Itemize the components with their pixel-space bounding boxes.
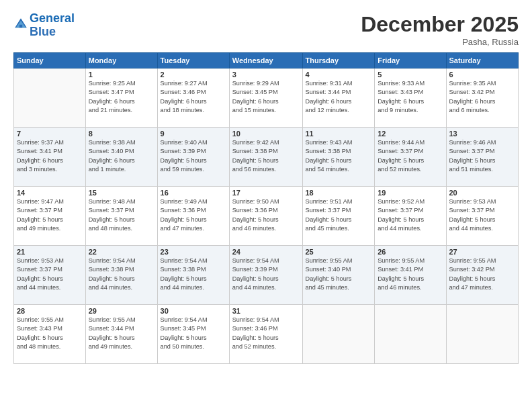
day-number: 30 [161, 307, 226, 315]
month-title: December 2025 [361, 12, 519, 37]
header-tuesday: Tuesday [157, 53, 229, 68]
header-wednesday: Wednesday [229, 53, 302, 68]
day-info: Sunrise: 9:54 AMSunset: 3:46 PMDaylight:… [232, 316, 300, 351]
logo-text-blue: Blue [30, 26, 75, 39]
day-number: 19 [378, 189, 443, 197]
day-info: Sunrise: 9:29 AMSunset: 3:45 PMDaylight:… [232, 79, 300, 115]
calendar-week-row: 28Sunrise: 9:55 AMSunset: 3:43 PMDayligh… [14, 305, 519, 364]
day-number: 29 [89, 307, 154, 315]
day-info: Sunrise: 9:55 AMSunset: 3:40 PMDaylight:… [306, 257, 372, 292]
day-info: Sunrise: 9:44 AMSunset: 3:37 PMDaylight:… [378, 138, 443, 174]
day-number: 7 [17, 130, 83, 138]
logo-text-general: General [30, 12, 75, 26]
table-row: 20Sunrise: 9:53 AMSunset: 3:37 PMDayligh… [446, 187, 519, 246]
table-row: 24Sunrise: 9:54 AMSunset: 3:39 PMDayligh… [229, 246, 302, 305]
table-row: 4Sunrise: 9:31 AMSunset: 3:44 PMDaylight… [302, 68, 375, 128]
table-row: 30Sunrise: 9:54 AMSunset: 3:45 PMDayligh… [157, 305, 229, 364]
calendar-header-row: Sunday Monday Tuesday Wednesday Thursday… [14, 53, 519, 68]
table-row: 17Sunrise: 9:50 AMSunset: 3:36 PMDayligh… [229, 187, 302, 246]
day-number: 9 [161, 130, 226, 138]
day-info: Sunrise: 9:47 AMSunset: 3:37 PMDaylight:… [17, 197, 83, 233]
day-number: 8 [89, 130, 154, 138]
table-row: 14Sunrise: 9:47 AMSunset: 3:37 PMDayligh… [14, 187, 86, 246]
table-row: 9Sunrise: 9:40 AMSunset: 3:39 PMDaylight… [157, 128, 229, 187]
table-row: 2Sunrise: 9:27 AMSunset: 3:46 PMDaylight… [157, 68, 229, 128]
table-row: 28Sunrise: 9:55 AMSunset: 3:43 PMDayligh… [14, 305, 86, 364]
table-row: 7Sunrise: 9:37 AMSunset: 3:41 PMDaylight… [14, 128, 86, 187]
day-info: Sunrise: 9:55 AMSunset: 3:42 PMDaylight:… [449, 257, 516, 292]
header-sunday: Sunday [14, 53, 86, 68]
day-number: 10 [232, 130, 300, 138]
day-info: Sunrise: 9:35 AMSunset: 3:42 PMDaylight:… [449, 79, 516, 115]
day-info: Sunrise: 9:37 AMSunset: 3:41 PMDaylight:… [17, 138, 83, 174]
table-row: 18Sunrise: 9:51 AMSunset: 3:37 PMDayligh… [302, 187, 375, 246]
day-info: Sunrise: 9:50 AMSunset: 3:36 PMDaylight:… [232, 197, 300, 233]
table-row [375, 305, 446, 364]
day-info: Sunrise: 9:38 AMSunset: 3:40 PMDaylight:… [89, 138, 154, 174]
day-info: Sunrise: 9:54 AMSunset: 3:38 PMDaylight:… [161, 257, 226, 292]
table-row: 8Sunrise: 9:38 AMSunset: 3:40 PMDaylight… [85, 128, 157, 187]
table-row: 31Sunrise: 9:54 AMSunset: 3:46 PMDayligh… [229, 305, 302, 364]
day-number: 31 [232, 307, 300, 315]
day-number: 2 [161, 71, 226, 79]
day-number: 25 [306, 248, 372, 256]
table-row: 23Sunrise: 9:54 AMSunset: 3:38 PMDayligh… [157, 246, 229, 305]
calendar-week-row: 7Sunrise: 9:37 AMSunset: 3:41 PMDaylight… [14, 128, 519, 187]
table-row: 27Sunrise: 9:55 AMSunset: 3:42 PMDayligh… [446, 246, 519, 305]
day-info: Sunrise: 9:55 AMSunset: 3:41 PMDaylight:… [378, 257, 443, 292]
table-row [446, 305, 519, 364]
day-info: Sunrise: 9:55 AMSunset: 3:43 PMDaylight:… [17, 316, 83, 351]
logo: General Blue [13, 12, 75, 39]
header-saturday: Saturday [446, 53, 519, 68]
table-row: 13Sunrise: 9:46 AMSunset: 3:37 PMDayligh… [446, 128, 519, 187]
table-row: 1Sunrise: 9:25 AMSunset: 3:47 PMDaylight… [85, 68, 157, 128]
day-number: 15 [89, 189, 154, 197]
day-number: 23 [161, 248, 226, 256]
header: General Blue December 2025 Pasha, Russia [13, 12, 519, 47]
day-number: 26 [378, 248, 443, 256]
table-row: 11Sunrise: 9:43 AMSunset: 3:38 PMDayligh… [302, 128, 375, 187]
day-number: 12 [378, 130, 443, 138]
logo-icon [13, 17, 28, 32]
day-number: 14 [17, 189, 83, 197]
table-row: 3Sunrise: 9:29 AMSunset: 3:45 PMDaylight… [229, 68, 302, 128]
day-info: Sunrise: 9:54 AMSunset: 3:39 PMDaylight:… [232, 257, 300, 292]
day-number: 22 [89, 248, 154, 256]
day-info: Sunrise: 9:31 AMSunset: 3:44 PMDaylight:… [306, 79, 372, 115]
title-block: December 2025 Pasha, Russia [361, 12, 519, 47]
day-number: 21 [17, 248, 83, 256]
table-row: 21Sunrise: 9:53 AMSunset: 3:37 PMDayligh… [14, 246, 86, 305]
day-info: Sunrise: 9:54 AMSunset: 3:45 PMDaylight:… [161, 316, 226, 351]
day-number: 13 [449, 130, 516, 138]
calendar-week-row: 1Sunrise: 9:25 AMSunset: 3:47 PMDaylight… [14, 68, 519, 128]
day-info: Sunrise: 9:33 AMSunset: 3:43 PMDaylight:… [378, 79, 443, 115]
day-info: Sunrise: 9:53 AMSunset: 3:37 PMDaylight:… [17, 257, 83, 292]
table-row: 5Sunrise: 9:33 AMSunset: 3:43 PMDaylight… [375, 68, 446, 128]
calendar-table: Sunday Monday Tuesday Wednesday Thursday… [13, 52, 519, 364]
day-info: Sunrise: 9:25 AMSunset: 3:47 PMDaylight:… [89, 79, 154, 115]
day-info: Sunrise: 9:46 AMSunset: 3:37 PMDaylight:… [449, 138, 516, 174]
header-friday: Friday [375, 53, 446, 68]
day-number: 5 [378, 71, 443, 79]
calendar-week-row: 14Sunrise: 9:47 AMSunset: 3:37 PMDayligh… [14, 187, 519, 246]
page: General Blue December 2025 Pasha, Russia… [0, 0, 532, 411]
day-info: Sunrise: 9:54 AMSunset: 3:38 PMDaylight:… [89, 257, 154, 292]
day-info: Sunrise: 9:55 AMSunset: 3:44 PMDaylight:… [89, 316, 154, 351]
table-row: 22Sunrise: 9:54 AMSunset: 3:38 PMDayligh… [85, 246, 157, 305]
day-number: 28 [17, 307, 83, 315]
day-number: 4 [306, 71, 372, 79]
location: Pasha, Russia [361, 37, 519, 47]
day-info: Sunrise: 9:40 AMSunset: 3:39 PMDaylight:… [161, 138, 226, 174]
day-info: Sunrise: 9:51 AMSunset: 3:37 PMDaylight:… [306, 197, 372, 233]
day-number: 27 [449, 248, 516, 256]
calendar-week-row: 21Sunrise: 9:53 AMSunset: 3:37 PMDayligh… [14, 246, 519, 305]
table-row [14, 68, 86, 128]
svg-rect-2 [19, 25, 22, 28]
table-row: 26Sunrise: 9:55 AMSunset: 3:41 PMDayligh… [375, 246, 446, 305]
table-row: 6Sunrise: 9:35 AMSunset: 3:42 PMDaylight… [446, 68, 519, 128]
day-number: 17 [232, 189, 300, 197]
table-row [302, 305, 375, 364]
header-thursday: Thursday [302, 53, 375, 68]
day-info: Sunrise: 9:42 AMSunset: 3:38 PMDaylight:… [232, 138, 300, 174]
day-number: 6 [449, 71, 516, 79]
